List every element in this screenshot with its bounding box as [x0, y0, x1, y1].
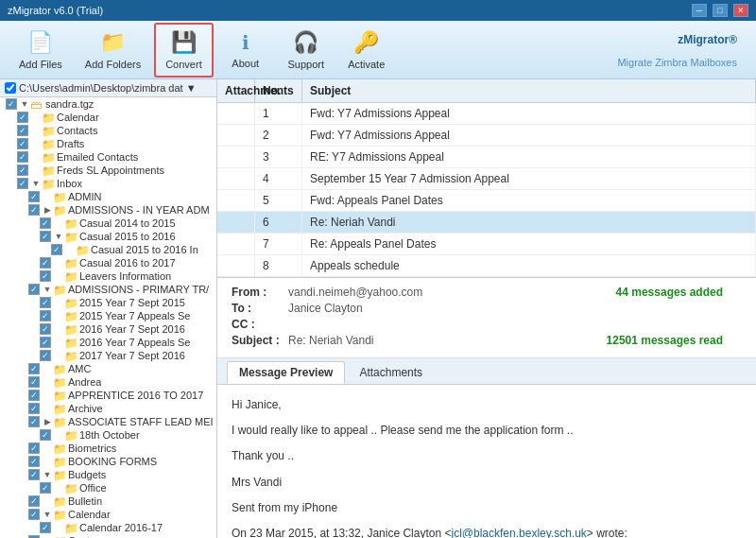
tree-node[interactable]: ✓📁Biometrics	[0, 442, 216, 455]
tree-checkbox[interactable]: ✓	[40, 297, 51, 308]
email-row[interactable]: 2Fwd: Y7 Admissions Appeal	[217, 125, 756, 147]
email-row[interactable]: 5Fwd: Appeals Panel Dates	[217, 190, 756, 212]
email-list[interactable]: Attachments No. Subject 1Fwd: Y7 Admissi…	[217, 79, 756, 278]
email-row[interactable]: 1Fwd: Y7 Admissions Appeal	[217, 103, 756, 125]
tree-checkbox[interactable]: ✓	[28, 509, 40, 520]
tree-checkbox[interactable]: ✓	[17, 151, 28, 163]
tree-checkbox[interactable]: ✓	[40, 522, 51, 533]
tree-node[interactable]: ✓📁Canteen	[0, 534, 216, 538]
tree-node[interactable]: ✓▶📁ADMISSIONS - IN YEAR ADM	[0, 203, 216, 217]
tree-node[interactable]: ✓▼📁Inbox	[0, 177, 216, 190]
tree-expand-icon[interactable]	[42, 191, 53, 202]
tree-expand-icon[interactable]	[42, 456, 53, 467]
tree-checkbox[interactable]: ✓	[17, 125, 28, 136]
tree-expand-icon[interactable]	[53, 257, 64, 269]
tree-node[interactable]: ✓📁Drafts	[0, 137, 216, 150]
convert-button[interactable]: 💾 Convert	[154, 23, 214, 78]
tree-node[interactable]: ✓📁Casual 2015 to 2016 In	[0, 243, 216, 256]
about-button[interactable]: ℹ About	[217, 26, 274, 75]
tree-node[interactable]: ✓▼📁Casual 2015 to 2016	[0, 230, 216, 243]
add-files-button[interactable]: 📄 Add Files	[9, 25, 72, 76]
tree-node[interactable]: ✓📁Office	[0, 481, 216, 495]
tree-checkbox[interactable]: ✓	[40, 337, 51, 348]
tree-node[interactable]: ✓📁2017 Year 7 Sept 2016	[0, 349, 216, 362]
tree-checkbox[interactable]: ✓	[28, 191, 40, 202]
tree-node[interactable]: ✓📁18th October	[0, 428, 216, 442]
tree-node[interactable]: ✓▼🗃sandra.tgz	[0, 97, 216, 111]
tree-node[interactable]: ✓📁Archive	[0, 402, 216, 415]
preview-email-link[interactable]: jcl@blackfen.bexley.sch.uk	[451, 527, 586, 538]
tree-expand-icon[interactable]	[30, 151, 42, 163]
tree-checkbox[interactable]: ✓	[40, 257, 51, 269]
tree-node[interactable]: ✓📁2016 Year 7 Sept 2016	[0, 322, 216, 336]
tree-node[interactable]: ✓📁Emailed Contacts	[0, 150, 216, 164]
tree-expand-icon[interactable]: ▼	[42, 284, 53, 295]
tree-node[interactable]: ✓📁Calendar	[0, 111, 216, 124]
tree-expand-icon[interactable]	[53, 429, 64, 441]
tree-checkbox[interactable]: ✓	[28, 376, 40, 388]
tree-expand-icon[interactable]	[30, 112, 42, 123]
tree-checkbox[interactable]: ✓	[17, 178, 28, 189]
tree-checkbox[interactable]: ✓	[28, 403, 40, 414]
tree-node[interactable]: ✓📁AMC	[0, 362, 216, 375]
email-row[interactable]: 4September 15 Year 7 Admission Appeal	[217, 168, 756, 190]
tree-node[interactable]: ✓📁Casual 2014 to 2015	[0, 217, 216, 230]
tree-expand-icon[interactable]	[42, 376, 53, 388]
tree-expand-icon[interactable]	[53, 522, 64, 533]
tree-checkbox[interactable]: ✓	[17, 165, 28, 176]
tree-expand-icon[interactable]	[42, 363, 53, 374]
tree-expand-icon[interactable]	[53, 270, 64, 282]
tree-checkbox[interactable]: ✓	[28, 284, 40, 295]
email-row[interactable]: 6Re: Neriah Vandi	[217, 212, 756, 234]
tree-expand-icon[interactable]	[30, 125, 42, 136]
tree-checkbox[interactable]: ✓	[51, 244, 62, 255]
tree-expand-icon[interactable]	[53, 297, 64, 308]
tree-expand-icon[interactable]	[42, 390, 53, 401]
tree-checkbox[interactable]: ✓	[28, 469, 40, 480]
tree-expand-icon[interactable]	[53, 323, 64, 335]
email-row[interactable]: 7Re: Appeals Panel Dates	[217, 234, 756, 255]
tree-node[interactable]: ✓▶📁ASSOCIATE STAFF LEAD MEI	[0, 415, 216, 428]
email-row[interactable]: 8Appeals schedule	[217, 255, 756, 277]
tree-node[interactable]: ✓📁Andrea	[0, 375, 216, 389]
tree-expand-icon[interactable]	[53, 337, 64, 348]
tree-checkbox[interactable]: ✓	[28, 416, 40, 427]
tree-node[interactable]: ✓📁Bulletin	[0, 495, 216, 508]
tree-node[interactable]: ✓📁Casual 2016 to 2017	[0, 256, 216, 269]
tree-node[interactable]: ✓📁Freds SL Appointments	[0, 164, 216, 177]
tree-checkbox[interactable]: ✓	[28, 443, 40, 454]
tree-node[interactable]: ✓📁APPRENTICE 2016 TO 2017	[0, 389, 216, 402]
tree-checkbox[interactable]: ✓	[40, 323, 51, 335]
tree-checkbox[interactable]: ✓	[17, 112, 28, 123]
tree-expand-icon[interactable]: ▼	[30, 178, 42, 189]
tree-checkbox[interactable]: ✓	[28, 204, 40, 216]
tree-expand-icon[interactable]	[42, 443, 53, 454]
tree-expand-icon[interactable]	[53, 482, 64, 494]
tree-node[interactable]: ✓📁Leavers Information	[0, 269, 216, 283]
tree-expand-icon[interactable]	[42, 403, 53, 414]
tree-checkbox[interactable]: ✓	[40, 482, 51, 494]
activate-button[interactable]: 🔑 Activate	[338, 25, 395, 76]
tree-expand-icon[interactable]	[42, 495, 53, 507]
tree-node[interactable]: ✓📁ADMIN	[0, 190, 216, 203]
tree-expand-icon[interactable]: ▼	[53, 231, 64, 242]
tree-checkbox[interactable]: ✓	[6, 98, 17, 110]
add-folders-button[interactable]: 📁 Add Folders	[76, 25, 150, 76]
tree-checkbox[interactable]: ✓	[40, 350, 51, 361]
tree-expand-icon[interactable]	[30, 165, 42, 176]
tree-checkbox[interactable]: ✓	[28, 390, 40, 401]
root-checkbox[interactable]	[5, 82, 16, 94]
tree-expand-icon[interactable]	[53, 350, 64, 361]
tree-checkbox[interactable]: ✓	[28, 495, 40, 507]
tree-checkbox[interactable]: ✓	[40, 310, 51, 321]
tree-checkbox[interactable]: ✓	[40, 231, 51, 242]
tree-node[interactable]: ✓▼📁ADMISSIONS - PRIMARY TR/	[0, 283, 216, 296]
tree-node[interactable]: ✓📁2015 Year 7 Sept 2015	[0, 296, 216, 309]
tree-expand-icon[interactable]	[64, 244, 76, 255]
tree-checkbox[interactable]: ✓	[28, 456, 40, 467]
tree-node[interactable]: ✓📁BOOKING FORMS	[0, 455, 216, 468]
tab-message-preview[interactable]: Message Preview	[227, 361, 345, 384]
tree-node[interactable]: ✓📁2016 Year 7 Appeals Se	[0, 336, 216, 349]
tree-expand-icon[interactable]	[53, 217, 64, 229]
tree-expand-icon[interactable]	[53, 310, 64, 321]
